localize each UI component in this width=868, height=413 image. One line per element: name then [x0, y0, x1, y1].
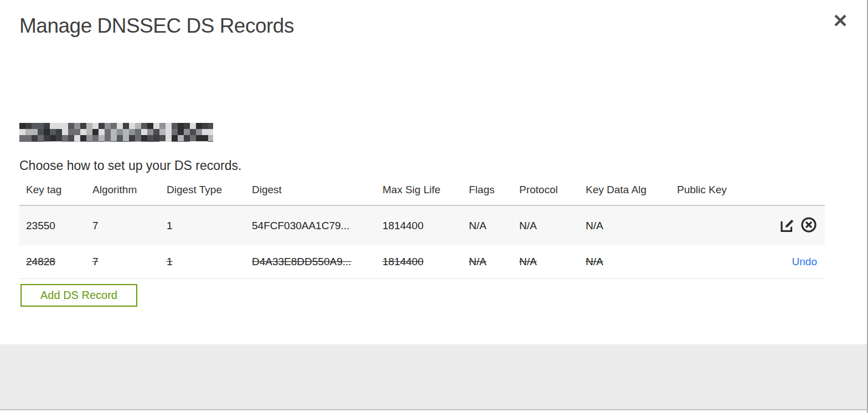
cell-protocol: N/A: [513, 245, 579, 279]
page-title: Manage DNSSEC DS Records: [19, 14, 294, 38]
column-header-algorithm: Algorithm: [86, 179, 160, 205]
cell-key-data-alg: N/A: [579, 205, 670, 245]
table-header-row: Key tag Algorithm Digest Type Digest Max…: [19, 179, 825, 205]
cell-key-tag: 23550: [19, 205, 86, 245]
cell-algorithm: 7: [86, 205, 160, 245]
close-icon: [833, 13, 848, 30]
undo-link[interactable]: Undo: [792, 256, 817, 267]
column-header-digest-type: Digest Type: [160, 179, 245, 205]
cell-algorithm: 7: [86, 245, 160, 279]
cell-public-key: [670, 205, 759, 245]
delete-circle-x-icon: [800, 226, 817, 235]
column-header-protocol: Protocol: [513, 179, 579, 205]
cell-flags: N/A: [462, 245, 513, 279]
delete-record-button[interactable]: [800, 216, 817, 235]
cell-max-sig-life: 1814400: [376, 245, 462, 279]
row-actions: Undo: [759, 245, 825, 279]
edit-record-button[interactable]: [779, 216, 795, 235]
instruction-text: Choose how to set up your DS records.: [19, 158, 241, 173]
column-header-key-data-alg: Key Data Alg: [579, 179, 670, 205]
dnssec-modal: Manage DNSSEC DS Records Choose how to s…: [0, 0, 868, 413]
column-header-actions: [759, 179, 825, 205]
column-header-digest: Digest: [245, 179, 376, 205]
cell-protocol: N/A: [513, 205, 579, 245]
column-header-max-sig-life: Max Sig Life: [376, 179, 462, 205]
ds-records-table: Key tag Algorithm Digest Type Digest Max…: [19, 179, 825, 279]
cell-key-tag: 24828: [19, 245, 86, 279]
close-button[interactable]: [830, 11, 850, 31]
cell-key-data-alg: N/A: [579, 245, 670, 279]
table-row-deleted: 24828 7 1 D4A33E8DD550A9... 1814400 N/A …: [19, 245, 825, 279]
cell-public-key: [670, 245, 759, 279]
row-actions: [759, 205, 825, 245]
cell-max-sig-life: 1814400: [376, 205, 462, 245]
edit-pencil-icon: [779, 226, 795, 235]
modal-footer: Save Cancel: [0, 344, 868, 410]
redacted-domain-name: [19, 123, 213, 142]
cell-flags: N/A: [462, 205, 513, 245]
column-header-public-key: Public Key: [670, 179, 759, 205]
add-ds-record-button[interactable]: Add DS Record: [20, 284, 137, 307]
column-header-key-tag: Key tag: [19, 179, 86, 205]
cell-digest: D4A33E8DD550A9...: [245, 245, 376, 279]
table-row: 23550 7 1 54FCF030AA1C79... 1814400 N/A …: [19, 205, 825, 245]
cell-digest: 54FCF030AA1C79...: [245, 205, 376, 245]
cell-digest-type: 1: [160, 245, 245, 279]
column-header-flags: Flags: [462, 179, 513, 205]
cell-digest-type: 1: [160, 205, 245, 245]
